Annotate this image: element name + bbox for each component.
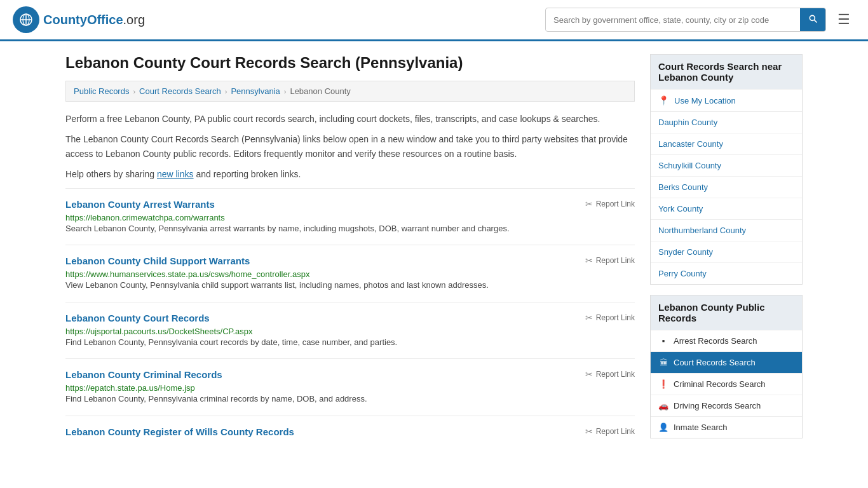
pubrecords-link[interactable]: 🏛Court Records Search [651, 352, 802, 373]
record-item-header: Lebanon County Register of Wills County … [65, 426, 635, 437]
breadcrumb-sep-2: › [225, 88, 227, 95]
report-link-1[interactable]: ✂ Report Link [585, 255, 635, 266]
record-title-link[interactable]: Lebanon County Register of Wills County … [65, 426, 294, 437]
nearby-county-link[interactable]: Snyder County [651, 241, 802, 262]
record-item: Lebanon County Arrest Warrants ✂ Report … [65, 188, 635, 245]
sidebar-item-perry-county[interactable]: Perry County [651, 262, 802, 284]
record-item-header: Lebanon County Criminal Records ✂ Report… [65, 369, 635, 380]
pubrecords-item-3[interactable]: 🚗Driving Records Search [651, 395, 802, 416]
pubrecords-item-2[interactable]: ❗Criminal Records Search [651, 373, 802, 395]
report-label: Report Link [596, 370, 635, 379]
record-url-link[interactable]: https://ujsportal.pacourts.us/DocketShee… [65, 327, 253, 336]
search-bar [545, 8, 826, 32]
nearby-county-link[interactable]: Dauphin County [651, 112, 802, 133]
record-title-link[interactable]: Lebanon County Criminal Records [65, 369, 222, 380]
sidebar-item-york-county[interactable]: York County [651, 198, 802, 219]
county-label: York County [658, 204, 703, 214]
logo-icon [13, 6, 39, 33]
nearby-county-link[interactable]: Berks County [651, 177, 802, 198]
record-type-icon: 🚗 [658, 401, 668, 410]
sidebar-item-schuylkill-county[interactable]: Schuylkill County [651, 154, 802, 176]
pubrecords-link[interactable]: 👤Inmate Search [651, 417, 802, 438]
pubrecords-link[interactable]: 🚗Driving Records Search [651, 395, 802, 416]
report-link-3[interactable]: ✂ Report Link [585, 369, 635, 379]
record-title-link[interactable]: Lebanon County Arrest Warrants [65, 199, 215, 210]
main-container: Lebanon County Court Records Search (Pen… [53, 41, 815, 463]
pubrecords-label: Arrest Records Search [674, 336, 757, 346]
record-description: View Lebanon County, Pennsylvania child … [65, 279, 635, 292]
pubrecords-link[interactable]: ❗Criminal Records Search [651, 374, 802, 395]
sidebar-item-lancaster-county[interactable]: Lancaster County [651, 133, 802, 154]
nearby-county-link[interactable]: Perry County [651, 263, 802, 284]
record-item-header: Lebanon County Arrest Warrants ✂ Report … [65, 199, 635, 210]
report-link-4[interactable]: ✂ Report Link [585, 426, 635, 437]
record-url-link[interactable]: https://lebanon.crimewatchpa.com/warrant… [65, 213, 225, 222]
county-label: Snyder County [658, 247, 713, 257]
record-item-header: Lebanon County Child Support Warrants ✂ … [65, 255, 635, 266]
pubrecords-item-4[interactable]: 👤Inmate Search [651, 416, 802, 438]
report-label: Report Link [596, 256, 635, 265]
report-link-2[interactable]: ✂ Report Link [585, 313, 635, 323]
report-icon: ✂ [585, 313, 593, 323]
sidebar-pubrecords-section: Lebanon County Public Records ▪Arrest Re… [650, 295, 803, 438]
record-url-link[interactable]: https://epatch.state.pa.us/Home.jsp [65, 383, 195, 393]
report-icon: ✂ [585, 426, 593, 437]
breadcrumb-court-records-search[interactable]: Court Records Search [139, 86, 221, 96]
breadcrumb-pennsylvania[interactable]: Pennsylvania [231, 86, 280, 96]
county-label: Perry County [658, 269, 707, 278]
record-title-link[interactable]: Lebanon County Court Records [65, 313, 210, 323]
breadcrumb-public-records[interactable]: Public Records [74, 86, 129, 96]
record-url-link[interactable]: https://www.humanservices.state.pa.us/cs… [65, 269, 309, 279]
sidebar-item-dauphin-county[interactable]: Dauphin County [651, 111, 802, 133]
content-area: Lebanon County Court Records Search (Pen… [65, 54, 635, 450]
breadcrumb-current: Lebanon County [290, 86, 350, 96]
report-label: Report Link [596, 313, 635, 322]
record-title-link[interactable]: Lebanon County Child Support Warrants [65, 255, 250, 266]
report-link-0[interactable]: ✂ Report Link [585, 199, 635, 209]
pubrecords-item-1[interactable]: 🏛Court Records Search [651, 351, 802, 373]
search-button[interactable] [800, 8, 825, 31]
page-title: Lebanon County Court Records Search (Pen… [65, 54, 635, 72]
description-2: The Lebanon County Court Records Search … [65, 132, 635, 161]
description-1: Perform a free Lebanon County, PA public… [65, 112, 635, 126]
sidebar-item-northumberland-county[interactable]: Northumberland County [651, 219, 802, 241]
record-item-header: Lebanon County Court Records ✂ Report Li… [65, 313, 635, 323]
record-item: Lebanon County Court Records ✂ Report Li… [65, 302, 635, 359]
pubrecords-label: Court Records Search [674, 358, 756, 367]
sidebar-item-snyder-county[interactable]: Snyder County [651, 241, 802, 262]
county-label: Schuylkill County [658, 161, 721, 170]
logo-area: CountyOffice.org [13, 6, 145, 33]
menu-button[interactable]: ☰ [832, 9, 855, 30]
sidebar-item-berks-county[interactable]: Berks County [651, 176, 802, 198]
new-links-link[interactable]: new links [157, 169, 194, 179]
pubrecords-item-0[interactable]: ▪Arrest Records Search [651, 330, 802, 351]
use-my-location-label: Use My Location [674, 96, 736, 105]
sidebar-nearby-section: Court Records Search near Lebanon County… [650, 54, 803, 285]
record-type-icon: ❗ [658, 379, 668, 389]
nearby-county-link[interactable]: Schuylkill County [651, 155, 802, 176]
record-description: Search Lebanon County, Pennsylvania arre… [65, 222, 635, 235]
sidebar-nearby-list: 📍 Use My Location [651, 89, 802, 111]
report-label: Report Link [596, 200, 635, 208]
report-icon: ✂ [585, 199, 593, 209]
search-input[interactable] [546, 10, 800, 30]
records-list: Lebanon County Arrest Warrants ✂ Report … [65, 188, 635, 450]
record-type-icon: 🏛 [658, 358, 668, 367]
sidebar: Court Records Search near Lebanon County… [650, 54, 803, 450]
report-icon: ✂ [585, 369, 593, 379]
record-description: Find Lebanon County, Pennsylvania crimin… [65, 393, 635, 405]
nearby-county-link[interactable]: York County [651, 198, 802, 219]
breadcrumb-sep-3: › [284, 88, 287, 95]
county-label: Lancaster County [658, 139, 723, 149]
header-right: ☰ [545, 8, 855, 32]
nearby-county-link[interactable]: Lancaster County [651, 133, 802, 154]
sidebar-pubrecords-list: ▪Arrest Records Search🏛Court Records Sea… [651, 330, 802, 438]
sidebar-item-use-my-location[interactable]: 📍 Use My Location [651, 89, 802, 111]
sidebar-nearby-title: Court Records Search near Lebanon County [651, 55, 802, 89]
nearby-county-link[interactable]: Northumberland County [651, 220, 802, 241]
pubrecords-label: Driving Records Search [674, 401, 761, 410]
sidebar-nearby-counties: Dauphin CountyLancaster CountySchuylkill… [651, 111, 802, 284]
description-3: Help others by sharing new links and rep… [65, 167, 635, 181]
logo-text: CountyOffice.org [43, 13, 145, 27]
pubrecords-link[interactable]: ▪Arrest Records Search [651, 330, 802, 351]
